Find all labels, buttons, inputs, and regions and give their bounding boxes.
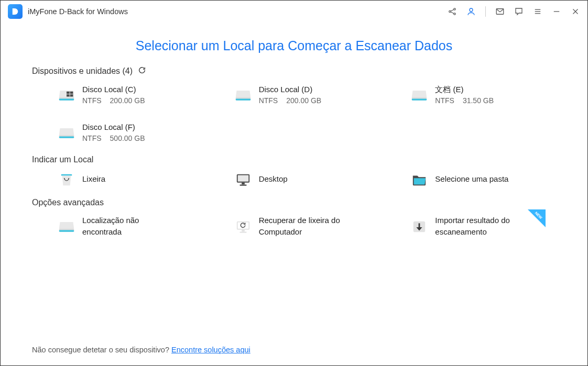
drive-sub: NTFS31.50 GB	[435, 95, 494, 106]
drive-sub: NTFS500.00 GB	[82, 133, 145, 143]
drive-d[interactable]: Disco Local (D) NTFS200.00 GB	[209, 84, 380, 106]
svg-point-1	[454, 8, 455, 9]
svg-rect-33	[239, 231, 246, 232]
advanced-title: Importar resultado do escaneamento	[435, 215, 535, 238]
drive-icon	[58, 219, 75, 234]
share-icon[interactable]	[448, 7, 457, 16]
drive-system-icon	[58, 87, 75, 102]
drive-icon	[235, 87, 252, 102]
drive-title: Disco Local (F)	[82, 121, 145, 133]
svg-rect-21	[412, 99, 427, 101]
drive-title: Disco Local (D)	[259, 84, 322, 95]
devices-label: Dispositivos e unidades (4)	[32, 66, 133, 76]
app-logo-icon	[8, 4, 23, 19]
location-title: Desktop	[259, 173, 288, 185]
drive-c[interactable]: Disco Local (C) NTFS200.00 GB	[32, 84, 203, 106]
advanced-title: Recuperar de lixeira do Computador	[259, 215, 358, 238]
svg-rect-23	[59, 137, 74, 138]
menu-icon[interactable]	[533, 7, 542, 16]
svg-rect-24	[61, 174, 72, 176]
window-controls	[448, 6, 580, 17]
svg-line-3	[451, 9, 454, 11]
footer-link[interactable]: Encontre soluções aqui	[171, 346, 251, 354]
minimize-icon[interactable]	[552, 7, 561, 16]
app-title: iMyFone D-Back for Windows	[28, 7, 128, 16]
location-title: Selecione uma pasta	[435, 173, 508, 185]
svg-point-0	[449, 10, 451, 12]
advanced-label: Opções avançadas	[32, 198, 104, 207]
advanced-recover-recycle[interactable]: Recuperar de lixeira do Computador	[209, 215, 380, 238]
drives-grid: Disco Local (C) NTFS200.00 GB Disco Loca…	[32, 84, 556, 143]
recycle-bin-icon	[58, 172, 75, 186]
drive-icon	[411, 87, 428, 102]
user-icon[interactable]	[466, 7, 476, 16]
locations-grid: Lixeira Desktop	[32, 172, 556, 186]
drive-title: Disco Local (C)	[82, 84, 145, 95]
location-recycle-bin[interactable]: Lixeira	[32, 172, 203, 186]
location-label: Indicar um Local	[32, 155, 93, 164]
folder-icon	[411, 172, 428, 186]
advanced-grid: Localização não encontrada Recuperar de …	[32, 215, 556, 238]
import-icon	[411, 219, 428, 234]
page-title: Selecionar um Local para Começar a Escan…	[1, 38, 587, 53]
location-title: Lixeira	[82, 173, 105, 185]
location-select-folder[interactable]: Selecione uma pasta	[385, 172, 556, 186]
svg-rect-28	[239, 184, 246, 185]
svg-rect-34	[242, 229, 245, 231]
computer-recover-icon	[235, 219, 252, 234]
drive-sub: NTFS200.00 GB	[82, 95, 145, 106]
section-advanced-header: Opções avançadas	[32, 198, 556, 207]
drive-title: 文档 (E)	[435, 84, 494, 95]
advanced-title: Localização não encontrada	[82, 215, 171, 238]
footer-text: Não consegue detetar o seu dispositivo?	[32, 346, 171, 354]
feedback-icon[interactable]	[514, 7, 524, 16]
location-desktop[interactable]: Desktop	[209, 172, 380, 186]
section-location-header: Indicar um Local	[32, 155, 556, 164]
svg-line-4	[451, 12, 454, 13]
svg-rect-27	[242, 183, 245, 185]
drive-f[interactable]: Disco Local (F) NTFS500.00 GB	[32, 121, 203, 143]
section-devices-header: Dispositivos e unidades (4)	[32, 66, 556, 76]
divider	[485, 6, 486, 17]
mail-icon[interactable]	[495, 7, 505, 16]
advanced-lost-location[interactable]: Localização não encontrada	[32, 215, 203, 238]
drive-e[interactable]: 文档 (E) NTFS31.50 GB	[385, 84, 556, 106]
titlebar: iMyFone D-Back for Windows	[1, 1, 587, 23]
drive-icon	[58, 125, 75, 140]
svg-rect-30	[59, 230, 74, 231]
svg-text:NEW: NEW	[534, 211, 543, 220]
refresh-icon[interactable]	[138, 66, 146, 76]
close-icon[interactable]	[571, 7, 580, 16]
svg-point-2	[454, 13, 455, 14]
svg-rect-26	[237, 175, 248, 182]
svg-rect-14	[59, 99, 74, 101]
advanced-import-result[interactable]: Importar resultado do escaneamento NEW	[385, 215, 556, 238]
svg-point-5	[470, 8, 473, 12]
drive-sub: NTFS200.00 GB	[259, 95, 322, 106]
footer-help: Não consegue detetar o seu dispositivo? …	[32, 346, 251, 354]
desktop-icon	[235, 172, 252, 186]
svg-rect-19	[235, 99, 250, 101]
